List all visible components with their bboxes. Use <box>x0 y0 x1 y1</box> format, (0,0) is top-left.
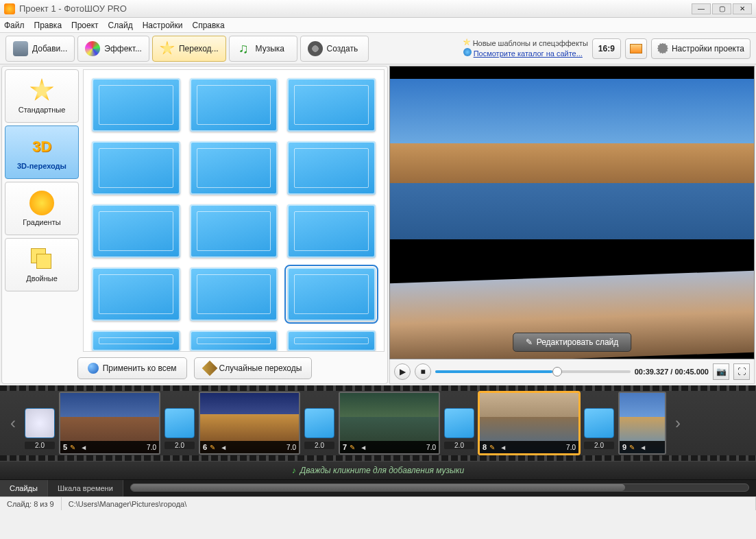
pencil-icon[interactable]: ✎ <box>489 444 497 451</box>
transition-item-selected[interactable] <box>287 267 376 321</box>
transition-item[interactable] <box>287 78 376 132</box>
playback-slider[interactable] <box>435 370 631 373</box>
slide-number: 6 <box>203 443 207 451</box>
transition-duration: 2.0 <box>444 442 474 449</box>
slide-info-bar: 9✎◄ <box>620 441 665 453</box>
transition-duration: 2.0 <box>584 442 614 449</box>
film-reel-icon <box>308 41 323 56</box>
apply-all-button[interactable]: Применить ко всем <box>77 357 187 379</box>
menu-file[interactable]: Файл <box>4 21 25 30</box>
maximize-button[interactable]: ▢ <box>712 3 731 14</box>
category-double-label: Двойные <box>26 274 58 283</box>
menu-project[interactable]: Проект <box>71 21 99 30</box>
music-track[interactable]: ♪ Дважды кликните для добавления музыки <box>0 461 756 480</box>
project-settings-button[interactable]: Настройки проекта <box>651 38 751 59</box>
pencil-icon[interactable]: ✎ <box>350 444 357 451</box>
pencil-icon[interactable]: ✎ <box>70 444 77 451</box>
tab-add[interactable]: Добави... <box>5 36 75 62</box>
background-button[interactable] <box>625 38 647 59</box>
content-area: Стандартные 3D 3D-переходы Градиенты Дво… <box>0 64 756 385</box>
stop-button[interactable]: ■ <box>415 363 431 380</box>
tab-transitions[interactable]: Переход... <box>152 36 226 62</box>
slide-thumb[interactable]: 7✎◄7.0 <box>339 392 440 455</box>
play-button[interactable]: ▶ <box>394 363 411 380</box>
transition-item[interactable] <box>92 78 180 132</box>
left-icon[interactable]: ◄ <box>360 444 367 451</box>
view-tab-timeline[interactable]: Шкала времени <box>48 480 123 496</box>
left-icon[interactable]: ◄ <box>500 444 507 451</box>
slide-thumb[interactable]: 8✎◄7.0 <box>478 392 580 455</box>
slide-thumb[interactable]: 9✎◄ <box>618 392 666 455</box>
pencil-icon: ✎ <box>526 337 533 347</box>
app-icon <box>4 3 15 14</box>
double-icon <box>29 247 54 272</box>
slide-thumb[interactable]: 6✎◄7.0 <box>199 392 300 455</box>
transition-item[interactable] <box>190 331 278 351</box>
left-icon[interactable]: ◄ <box>80 444 88 451</box>
left-icon[interactable]: ◄ <box>220 444 228 451</box>
apply-all-label: Применить ко всем <box>103 363 177 373</box>
transition-item[interactable] <box>287 204 376 258</box>
playback-knob[interactable] <box>552 367 562 376</box>
transition-item[interactable] <box>287 331 376 351</box>
category-3d[interactable]: 3D 3D-переходы <box>5 125 79 179</box>
notif-catalog-link[interactable]: Посмотрите каталог на сайте... <box>474 49 583 58</box>
music-hint-label: Дважды кликните для добавления музыки <box>300 466 464 475</box>
menu-slide[interactable]: Слайд <box>108 21 133 30</box>
menu-help[interactable]: Справка <box>192 21 224 30</box>
fullscreen-button[interactable]: ⛶ <box>733 363 750 380</box>
transition-item[interactable] <box>190 141 278 195</box>
window-title: Проект 1 - ФотоШОУ PRO <box>19 3 692 14</box>
menu-edit[interactable]: Правка <box>34 21 62 30</box>
pencil-icon[interactable]: ✎ <box>629 444 637 451</box>
star-icon <box>29 78 54 103</box>
transition-item[interactable] <box>92 204 180 258</box>
tab-music[interactable]: ♫ Музыка <box>229 36 297 62</box>
transitions-grid[interactable] <box>83 69 385 352</box>
close-button[interactable]: ✕ <box>733 3 752 14</box>
tab-effects[interactable]: Эффект... <box>77 36 149 62</box>
transition-chip[interactable]: 2.0 <box>164 408 195 438</box>
timeline-prev-button[interactable]: ‹ <box>5 396 21 451</box>
transition-item[interactable] <box>190 78 278 132</box>
transition-item[interactable] <box>92 267 180 321</box>
category-double[interactable]: Двойные <box>5 238 79 291</box>
slide-thumb[interactable]: 5✎◄7.0 <box>59 392 160 455</box>
transition-item[interactable] <box>190 204 278 258</box>
random-transitions-button[interactable]: Случайные переходы <box>194 357 313 379</box>
transition-item[interactable] <box>92 141 180 195</box>
timeline-next-button[interactable]: › <box>670 396 685 451</box>
timeline-scrollbar[interactable] <box>130 483 749 492</box>
playback-bar: ▶ ■ 00:39.327 / 00:45.000 📷 ⛶ <box>389 359 755 384</box>
preview-slide-image <box>390 79 754 239</box>
snapshot-button[interactable]: 📷 <box>713 363 729 380</box>
fullscreen-icon: ⛶ <box>737 367 746 376</box>
playback-fill <box>435 370 552 373</box>
view-tab-slides[interactable]: Слайды <box>0 480 48 496</box>
tab-create[interactable]: Создать <box>300 36 369 62</box>
category-gradients[interactable]: Градиенты <box>5 182 79 235</box>
transition-item[interactable] <box>92 331 180 351</box>
minimize-button[interactable]: — <box>692 3 711 14</box>
pencil-icon[interactable]: ✎ <box>210 444 217 451</box>
transition-item[interactable] <box>190 267 278 321</box>
transition-item[interactable] <box>287 141 376 195</box>
wand-icon <box>202 361 217 376</box>
category-standard[interactable]: Стандартные <box>5 69 79 123</box>
aspect-ratio-button[interactable]: 16:9 <box>592 38 621 59</box>
tab-transitions-label: Переход... <box>179 44 219 53</box>
star-icon <box>160 41 175 56</box>
titlebar: Проект 1 - ФотоШОУ PRO — ▢ ✕ <box>0 0 756 18</box>
menu-settings[interactable]: Настройки <box>143 21 183 30</box>
transition-chip[interactable]: 2.0 <box>25 408 55 438</box>
transition-chip[interactable]: 2.0 <box>444 408 474 438</box>
menubar: Файл Правка Проект Слайд Настройки Справ… <box>0 18 756 33</box>
status-slide: Слайд: 8 из 9 <box>0 497 62 510</box>
timeline-scrollbar-thumb[interactable] <box>131 484 625 491</box>
left-icon[interactable]: ◄ <box>639 444 647 451</box>
transition-chip[interactable]: 2.0 <box>584 408 614 438</box>
category-3d-label: 3D-переходы <box>17 162 66 170</box>
star-icon <box>463 38 471 46</box>
transition-chip[interactable]: 2.0 <box>304 408 334 438</box>
edit-slide-button[interactable]: ✎ Редактировать слайд <box>513 333 632 352</box>
